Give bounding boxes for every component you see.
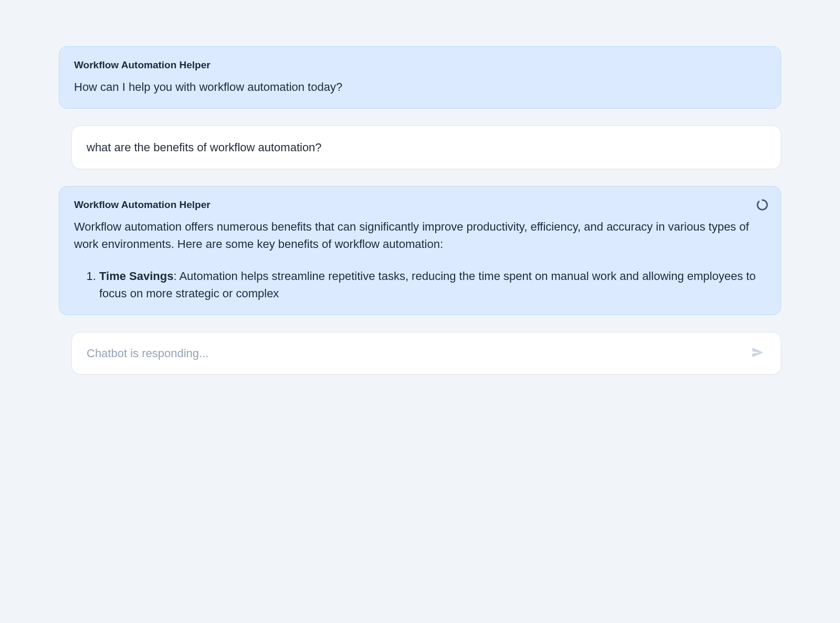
list-item-text: : Automation helps streamline repetitive…	[99, 269, 756, 300]
bot-greeting-text: How can I help you with workflow automat…	[74, 78, 766, 96]
chat-input[interactable]	[87, 347, 749, 360]
chat-container: Workflow Automation Helper How can I hel…	[59, 46, 781, 375]
response-list-item: Time Savings: Automation helps streamlin…	[99, 267, 766, 302]
bot-message-response: Workflow Automation Helper Workflow auto…	[59, 186, 781, 315]
response-list: Time Savings: Automation helps streamlin…	[74, 267, 766, 302]
send-button[interactable]	[749, 344, 766, 362]
user-message: what are the benefits of workflow automa…	[71, 126, 781, 169]
user-message-text: what are the benefits of workflow automa…	[87, 139, 766, 156]
loading-spinner-icon	[757, 199, 768, 211]
bot-response-intro: Workflow automation offers numerous bene…	[74, 218, 766, 253]
chat-input-bar	[71, 332, 781, 375]
bot-name-label: Workflow Automation Helper	[74, 59, 766, 71]
bot-name-label: Workflow Automation Helper	[74, 199, 766, 211]
bot-message-greeting: Workflow Automation Helper How can I hel…	[59, 46, 781, 109]
list-item-title: Time Savings	[99, 269, 173, 283]
send-icon	[751, 346, 764, 360]
